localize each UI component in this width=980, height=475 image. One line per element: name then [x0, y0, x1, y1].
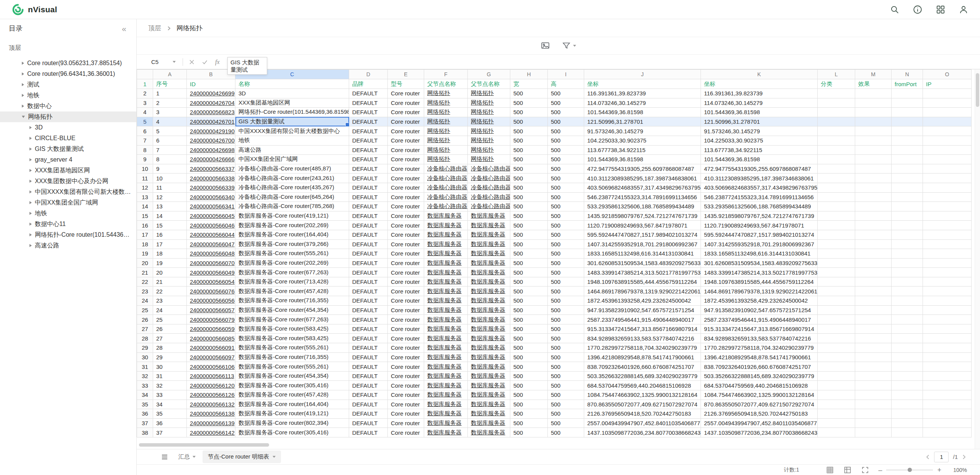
- cell[interactable]: Core router: [388, 108, 424, 117]
- row-number[interactable]: 6: [137, 126, 153, 136]
- cell[interactable]: [855, 287, 892, 296]
- cell[interactable]: 1770.2829972758118,704.3240290239779: [584, 343, 701, 353]
- cell[interactable]: 91.573246,30.145279: [584, 126, 701, 136]
- cell[interactable]: 21: [153, 277, 187, 287]
- cell[interactable]: [855, 155, 892, 164]
- cell[interactable]: 数据库服务器: [424, 390, 468, 400]
- row-number[interactable]: 33: [137, 381, 153, 390]
- cell[interactable]: [818, 211, 855, 221]
- row-number[interactable]: 31: [137, 362, 153, 372]
- row-number[interactable]: 28: [137, 334, 153, 343]
- cell[interactable]: 24000000566126: [187, 390, 235, 400]
- cell[interactable]: 1120.7190089249693,567.8471978071: [701, 221, 818, 230]
- cancel-icon[interactable]: [189, 59, 195, 65]
- cell[interactable]: 数据库服务器: [468, 211, 510, 221]
- cell[interactable]: 2557.0049439947907,452.84011035406877: [584, 418, 701, 428]
- cell[interactable]: 数据库服务器: [468, 381, 510, 390]
- cell[interactable]: [892, 164, 923, 174]
- cell[interactable]: 500: [510, 221, 548, 230]
- sheet-tab-active[interactable]: 节点-Core router 明细表: [203, 450, 281, 463]
- row-number[interactable]: 18: [137, 239, 153, 249]
- cell[interactable]: 500: [548, 390, 584, 400]
- cell[interactable]: [855, 362, 892, 372]
- column-letter[interactable]: N: [892, 70, 923, 79]
- cell[interactable]: 数据库服务器-Core router(677,263): [235, 315, 349, 324]
- cell[interactable]: 16: [153, 230, 187, 239]
- cell[interactable]: [892, 371, 923, 381]
- cell[interactable]: 24000000566120: [187, 381, 235, 390]
- cell[interactable]: 870.8635505072077,409.62715072927074: [584, 400, 701, 409]
- row-number[interactable]: 34: [137, 390, 153, 400]
- cell[interactable]: Core router: [388, 287, 424, 296]
- cell[interactable]: 数据库服务器: [468, 296, 510, 306]
- cell[interactable]: 数据库服务器: [424, 268, 468, 277]
- cell[interactable]: 1483.3399147385214,313.50217781997753: [584, 268, 701, 277]
- cell[interactable]: 500: [510, 334, 548, 343]
- cell[interactable]: 24000000566054: [187, 277, 235, 287]
- cell[interactable]: Core router: [388, 343, 424, 353]
- cell[interactable]: 冷备核心路由器: [468, 183, 510, 192]
- cell[interactable]: [923, 277, 972, 287]
- cell[interactable]: 网络拓扑: [468, 108, 510, 117]
- cell[interactable]: [892, 230, 923, 239]
- row-number[interactable]: 21: [137, 268, 153, 277]
- cell[interactable]: 冷备核心路由器: [424, 164, 468, 174]
- cell[interactable]: [818, 145, 855, 155]
- column-letter[interactable]: K: [701, 70, 818, 79]
- summary-dropdown[interactable]: 汇总: [178, 453, 196, 460]
- cell[interactable]: [855, 192, 892, 202]
- cell[interactable]: [923, 287, 972, 296]
- cell[interactable]: 24000000426701: [187, 117, 235, 126]
- cell[interactable]: [855, 98, 892, 108]
- cell[interactable]: 网络拓扑: [468, 126, 510, 136]
- cell[interactable]: 500: [510, 268, 548, 277]
- cell[interactable]: 500: [510, 136, 548, 145]
- row-number[interactable]: 38: [137, 428, 153, 437]
- cell[interactable]: 网络拓扑: [424, 155, 468, 164]
- cell[interactable]: 数据库服务器: [424, 258, 468, 268]
- cell[interactable]: [855, 428, 892, 437]
- header-cell[interactable]: 高: [548, 79, 584, 89]
- cell[interactable]: 数据库服务器: [468, 352, 510, 362]
- column-letter[interactable]: I: [548, 70, 584, 79]
- cell[interactable]: [818, 409, 855, 419]
- cell[interactable]: 116.391361,39.823739: [701, 89, 818, 98]
- cell[interactable]: 数据库服务器: [468, 324, 510, 334]
- cell[interactable]: 数据库服务器: [424, 296, 468, 306]
- cell[interactable]: 数据库服务器-Core router(713,428): [235, 277, 349, 287]
- cell[interactable]: 冷备核心路由器: [424, 174, 468, 183]
- cell[interactable]: 500: [510, 108, 548, 117]
- cell[interactable]: Core router: [388, 136, 424, 145]
- cell[interactable]: 24000000566337: [187, 164, 235, 174]
- cell[interactable]: 500: [510, 258, 548, 268]
- cell[interactable]: 数据库服务器: [468, 400, 510, 409]
- cell[interactable]: [818, 183, 855, 192]
- cell[interactable]: 数据库服务器: [468, 221, 510, 230]
- cell[interactable]: [923, 211, 972, 221]
- cell[interactable]: 25: [153, 315, 187, 324]
- cell[interactable]: Core router: [388, 230, 424, 239]
- cell[interactable]: [892, 352, 923, 362]
- cell[interactable]: 500: [548, 202, 584, 211]
- cell[interactable]: 500: [548, 221, 584, 230]
- cell[interactable]: [855, 315, 892, 324]
- confirm-icon[interactable]: [202, 59, 208, 65]
- cell[interactable]: [818, 334, 855, 343]
- cell[interactable]: [923, 409, 972, 419]
- cell[interactable]: 500: [548, 211, 584, 221]
- cell[interactable]: 数据库服务器: [468, 362, 510, 372]
- cell[interactable]: 2126.376956509418,520.702442750183: [584, 409, 701, 419]
- cell[interactable]: [892, 211, 923, 221]
- cell[interactable]: 533.2935861325606,188.7685899434489: [584, 202, 701, 211]
- cell[interactable]: [818, 428, 855, 437]
- cell[interactable]: 冷备核心路由器: [468, 192, 510, 202]
- row-number[interactable]: 17: [137, 230, 153, 239]
- cell[interactable]: 1435.9218598079767,524.7212747671739: [584, 211, 701, 221]
- cell[interactable]: [855, 89, 892, 98]
- cell[interactable]: 503.35266322888145,689.3240290239779: [701, 371, 818, 381]
- cell[interactable]: 116.391361,39.823739: [584, 89, 701, 98]
- cell[interactable]: [892, 390, 923, 400]
- header-cell[interactable]: 品牌: [349, 79, 388, 89]
- cell[interactable]: DEFAULT: [349, 428, 388, 437]
- cell[interactable]: DEFAULT: [349, 221, 388, 230]
